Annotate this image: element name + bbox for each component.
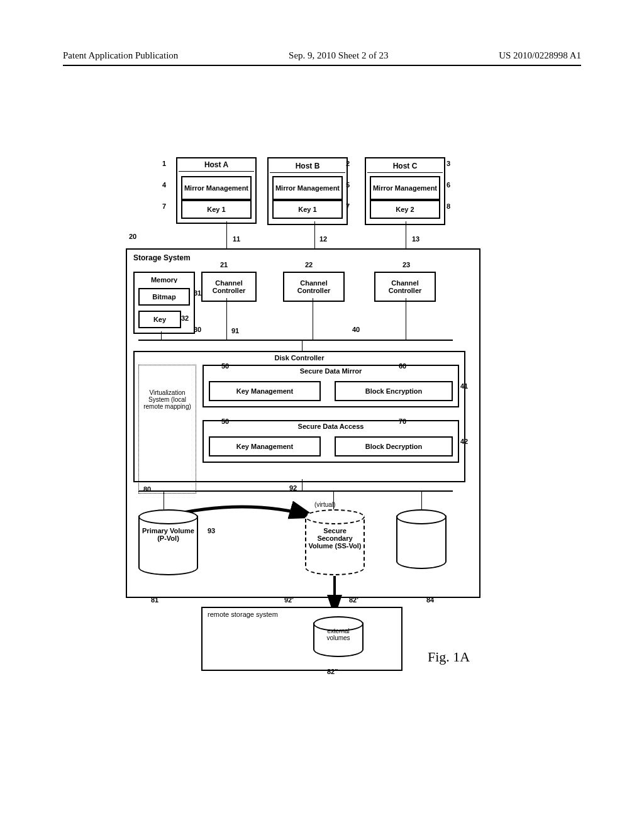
header-left: Patent Application Publication (63, 50, 178, 61)
channel-controller-1: Channel Controller (201, 272, 257, 302)
header-center: Sep. 9, 2010 Sheet 2 of 23 (289, 50, 388, 61)
dc-to-bus (302, 479, 303, 490)
channel-controller-3: Channel Controller (374, 272, 436, 302)
ref-cc3: 23 (402, 261, 410, 268)
ref-cyl3: 84 (426, 596, 434, 604)
ref-memory: 30 (194, 326, 201, 333)
cc3-wire (406, 298, 406, 340)
ref-link-a: 11 (233, 235, 240, 243)
ref-virt: 80 (143, 485, 151, 493)
external-volumes-cylinder: external volumes (313, 616, 364, 657)
ref-cc1: 21 (220, 261, 228, 268)
ref-mm-c: 6 (447, 181, 450, 189)
ref-km1: 50 (221, 362, 229, 370)
figure-label: Fig. 1A (428, 649, 470, 665)
extra-cylinder (396, 509, 447, 569)
bitmap: Bitmap (138, 288, 190, 306)
host-a-mirror-management: Mirror Management (181, 176, 252, 200)
host-b-key: Key 1 (272, 200, 343, 219)
ref-mm-a: 4 (162, 181, 166, 189)
ref-key-a: 7 (162, 202, 166, 210)
block-decryption: Block Decryption (335, 436, 453, 456)
pvol-label: Primary Volume (P-Vol) (141, 527, 196, 542)
mem-wire (161, 331, 162, 340)
ref-link-b: 12 (319, 235, 327, 243)
ref-ssvol: 82' (349, 596, 358, 604)
header-right: US 2010/0228998 A1 (499, 50, 581, 61)
figure-diagram: Host A Mirror Management Key 1 Host B Mi… (126, 157, 491, 679)
ref-ext-vol: 82" (327, 668, 338, 675)
block-encryption: Block Encryption (335, 381, 453, 401)
w-pvol (164, 492, 164, 509)
host-c-mirror-management: Mirror Management (370, 176, 440, 200)
host-a-key: Key 1 (181, 200, 252, 219)
ref-pvol: 81 (151, 596, 158, 604)
sdm-label: Secure Data Mirror (300, 367, 362, 375)
key-management-1: Key Management (209, 381, 321, 401)
channel-controller-2: Channel Controller (283, 272, 345, 302)
cc1-wire (226, 298, 227, 340)
remote-storage-system: remote storage system (201, 607, 402, 671)
external-volumes-label: external volumes (316, 628, 361, 641)
ref-key-b: 7 (346, 202, 350, 210)
key: Key (138, 311, 181, 328)
ref-cc2: 22 (305, 261, 313, 268)
ref-host-b: 2 (346, 160, 350, 167)
key-management-2: Key Management (209, 436, 321, 456)
virtualization-system: Virtualization System (local remote mapp… (138, 365, 196, 494)
host-b-mirror-management: Mirror Management (272, 176, 343, 200)
ssvol-label: Secure Secondary Volume (SS-Vol) (308, 527, 362, 550)
ref-sdm: 41 (460, 382, 468, 390)
host-b-title: Host B (270, 160, 345, 173)
storage-system-label: Storage System (133, 253, 191, 262)
virtual-label: (virtual) (314, 501, 335, 508)
ref-km2: 50 (221, 418, 229, 425)
ref-bus-bot2: 92' (284, 596, 294, 604)
cc2-wire (313, 298, 313, 340)
host-c-title: Host C (367, 160, 443, 173)
ref-storage-system: 20 (129, 233, 136, 240)
ssvol-cylinder: Secure Secondary Volume (SS-Vol) (305, 509, 365, 575)
ref-link-c: 13 (412, 235, 419, 243)
ref-key: 32 (181, 314, 189, 322)
ref-arrow: 93 (208, 527, 215, 534)
host-a-title: Host A (179, 158, 254, 172)
remote-storage-label: remote storage system (208, 611, 278, 618)
ref-host-a: 1 (162, 160, 166, 167)
ref-bd: 70 (399, 418, 406, 425)
ref-key-c: 8 (447, 202, 450, 210)
ref-mm-b: 5 (346, 181, 350, 189)
ref-sda: 42 (460, 438, 468, 445)
primary-volume-cylinder: Primary Volume (P-Vol) (138, 509, 198, 575)
ref-bus-top: 91 (231, 327, 239, 335)
virtualization-label: Virtualization System (local remote mapp… (143, 389, 191, 410)
ref-bus-bot: 92 (289, 484, 297, 492)
host-c-key: Key 2 (370, 200, 440, 219)
sda-label: Secure Data Access (298, 423, 364, 430)
ref-dc: 40 (352, 326, 360, 333)
page-header: Patent Application Publication Sep. 9, 2… (63, 50, 581, 66)
ref-be: 60 (399, 362, 406, 370)
disk-controller-label: Disk Controller (275, 354, 325, 362)
w-cyl3 (421, 492, 422, 509)
bus-top (138, 340, 453, 341)
ref-host-c: 3 (447, 160, 450, 167)
ref-bitmap: 31 (194, 289, 201, 297)
